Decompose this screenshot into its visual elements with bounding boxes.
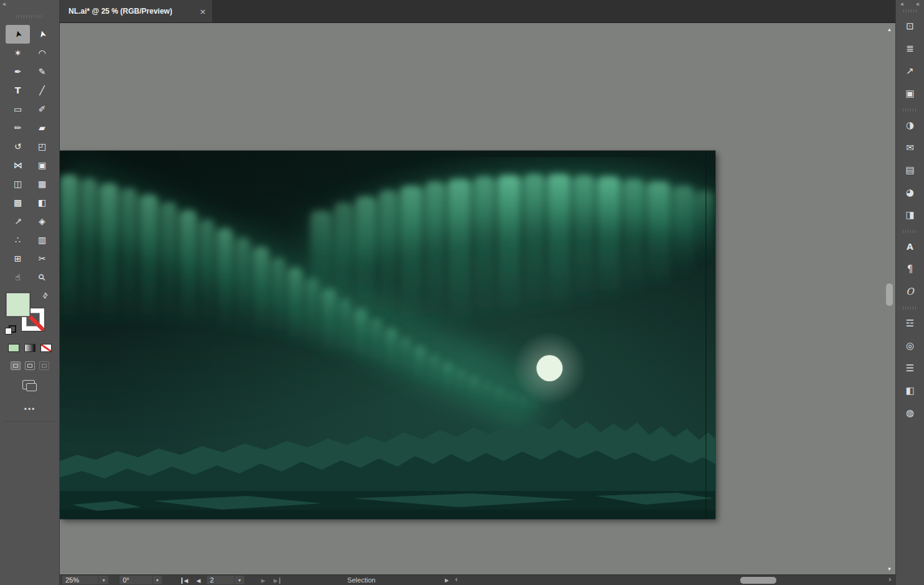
gradient-button[interactable] (24, 344, 36, 352)
tool-magic-wand-tool[interactable]: ✶ (6, 44, 30, 62)
tool-artboard-tool[interactable]: ⊞ (6, 249, 30, 268)
tool-width-tool[interactable]: ⋈ (6, 156, 30, 174)
paragraph-panel-icon[interactable]: ¶ (903, 262, 918, 277)
draw-inside-button[interactable] (39, 361, 49, 370)
artboard-document[interactable] (60, 151, 715, 519)
layers-panel-icon[interactable]: ≣ (903, 41, 918, 56)
gradient-panel-icon[interactable]: ◨ (903, 207, 918, 222)
tool-column-graph-tool[interactable]: ▥ (30, 231, 54, 249)
canvas[interactable]: ▴ ▾ (60, 23, 895, 574)
tool-type-tool[interactable]: T (6, 81, 30, 100)
zoom-level-value[interactable]: 25% (62, 576, 98, 584)
last-artboard-icon: ▶ (274, 578, 280, 584)
horizontal-scrollbar-thumb[interactable] (740, 577, 776, 584)
swatches-panel-icon[interactable]: ▤ (903, 163, 918, 178)
vertical-scrollbar[interactable]: ▴ ▾ (885, 26, 893, 573)
artboard-number-value[interactable]: 2 (207, 576, 234, 584)
shape-builder-tool-icon: ◫ (14, 179, 22, 188)
tool-direct-selection-tool[interactable]: ➤ (30, 25, 54, 44)
curvature-tool-icon: ✎ (39, 67, 46, 76)
character-panel-icon[interactable]: A (903, 239, 918, 254)
next-artboard-button[interactable]: ▶ (261, 575, 265, 585)
transparency-panel-icon[interactable]: ◧ (903, 383, 918, 398)
mesh-tool-icon: ▩ (14, 198, 22, 207)
free-transform-tool-icon: ▣ (38, 161, 46, 169)
magic-wand-tool-icon: ✶ (14, 49, 22, 57)
fill-swatch[interactable] (6, 293, 30, 316)
scroll-up-icon[interactable]: ▴ (885, 26, 893, 33)
tool-zoom-tool[interactable]: ⚲ (30, 268, 54, 287)
rotate-tool-icon: ↺ (14, 142, 22, 151)
perspective-grid-tool-icon: ▦ (38, 179, 46, 188)
hscroll-left-icon[interactable]: ‹ (455, 575, 458, 584)
tool-curvature-tool[interactable]: ✎ (30, 62, 54, 81)
document-tab[interactable]: NL.ai* @ 25 % (RGB/Preview) × (60, 0, 213, 22)
zoom-level-select[interactable]: 25% ▾ (62, 576, 108, 584)
tool-gradient-tool[interactable]: ◧ (30, 193, 54, 212)
artboard-navigation-select[interactable]: 2 ▾ (207, 576, 244, 584)
dock-group-gripper[interactable] (903, 230, 917, 233)
tool-perspective-grid-tool[interactable]: ▦ (30, 174, 54, 193)
collapse-dock-icon-2[interactable]: « (916, 1, 920, 7)
collapse-dock-icon[interactable]: « (900, 1, 904, 7)
tool-symbol-sprayer-tool[interactable]: ∴ (6, 231, 30, 249)
change-screen-mode-button[interactable] (22, 380, 35, 389)
tab-close-icon[interactable]: × (194, 7, 206, 16)
previous-artboard-button[interactable]: ◀ (196, 575, 201, 585)
tool-free-transform-tool[interactable]: ▣ (30, 156, 54, 174)
draw-normal-button[interactable] (11, 361, 21, 370)
dock-group-gripper[interactable] (903, 108, 917, 112)
tool-eyedropper-tool[interactable]: ⊸ (6, 212, 30, 231)
swap-fill-stroke-icon[interactable]: ⇄ (40, 291, 50, 301)
zoom-chevron-icon[interactable]: ▾ (99, 576, 108, 584)
appearance-panel-icon[interactable]: ◍ (903, 406, 918, 421)
first-artboard-button[interactable]: ◀ (181, 575, 188, 585)
none-button[interactable] (40, 344, 52, 352)
vertical-scrollbar-thumb[interactable] (886, 283, 893, 306)
rectangle-tool-icon: ▭ (14, 105, 22, 113)
hand-tool-icon: ☝ (15, 273, 21, 282)
status-flyout-icon[interactable]: ▶ (445, 578, 449, 583)
tool-paintbrush-tool[interactable]: ✐ (30, 100, 54, 118)
draw-behind-button[interactable] (25, 361, 35, 370)
libraries-panel-icon[interactable]: ⊡ (903, 19, 918, 34)
default-fill-stroke-icon[interactable] (5, 325, 16, 335)
tool-lasso-tool[interactable]: ◠ (30, 44, 54, 62)
properties-panel-icon[interactable]: ☲ (903, 316, 918, 331)
tool-eraser-tool[interactable]: ▰ (30, 118, 54, 137)
collapse-tools-panel-icon[interactable]: « (2, 1, 6, 7)
tool-mesh-tool[interactable]: ▩ (6, 193, 30, 212)
rotation-select[interactable]: 0° ▾ (120, 576, 162, 584)
lasso-tool-icon: ◠ (38, 49, 45, 57)
zoom-tool-icon: ⚲ (37, 272, 47, 282)
color-button[interactable] (8, 344, 19, 352)
tool-rotate-tool[interactable]: ↺ (6, 137, 30, 156)
tool-scale-tool[interactable]: ◰ (30, 137, 54, 156)
export-panel-icon[interactable]: ↗ (903, 64, 918, 78)
tool-pen-tool[interactable]: ✒ (6, 62, 30, 81)
hscroll-right-icon[interactable]: › (888, 575, 892, 584)
scroll-down-icon[interactable]: ▾ (885, 565, 893, 573)
tool-rectangle-tool[interactable]: ▭ (6, 100, 30, 118)
artboard-chevron-icon[interactable]: ▾ (235, 576, 244, 584)
stroke-panel-icon[interactable]: ☰ (903, 361, 918, 376)
tool-shaper-tool[interactable]: ✏ (6, 118, 30, 137)
rotation-value[interactable]: 0° (120, 576, 152, 584)
last-artboard-button[interactable]: ▶ (274, 575, 280, 585)
attributes-panel-icon[interactable]: ◎ (903, 338, 918, 353)
color-panel-icon[interactable]: ◑ (903, 118, 918, 133)
edit-toolbar-button[interactable]: ••• (0, 405, 60, 414)
tool-hand-tool[interactable]: ☝ (6, 268, 30, 287)
artboards-panel-icon[interactable]: ▣ (903, 86, 918, 101)
comments-panel-icon[interactable]: ✉ (903, 140, 918, 155)
tools-panel-gripper[interactable] (16, 15, 44, 18)
dock-group-gripper[interactable] (903, 307, 917, 310)
color-guide-panel-icon[interactable]: ◕ (903, 185, 918, 200)
tool-shape-builder-tool[interactable]: ◫ (6, 174, 30, 193)
tool-blend-tool[interactable]: ◈ (30, 212, 54, 231)
opentype-panel-icon[interactable]: O (903, 284, 918, 299)
tool-line-segment-tool[interactable]: ╱ (30, 81, 54, 100)
tool-slice-tool[interactable]: ✂ (30, 249, 54, 268)
rotation-chevron-icon[interactable]: ▾ (153, 576, 162, 584)
tool-selection-tool[interactable]: ➤ (6, 25, 30, 44)
